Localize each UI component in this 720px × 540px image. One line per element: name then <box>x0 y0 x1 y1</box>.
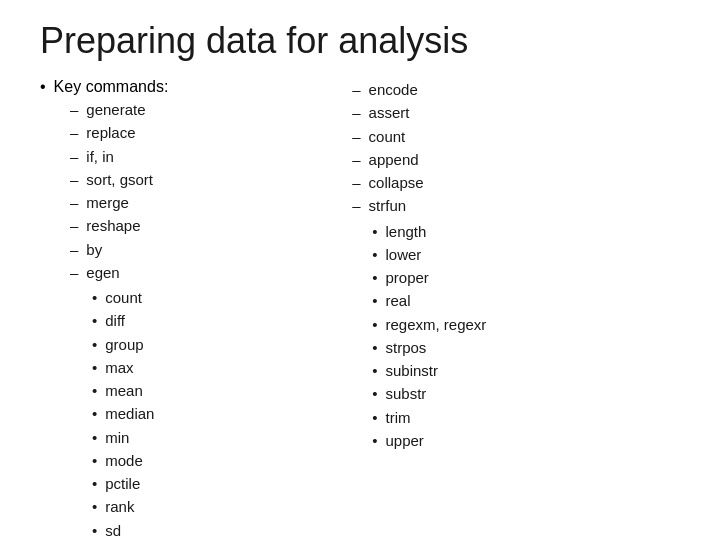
dash-icon: – <box>352 101 360 124</box>
list-item: –replace <box>70 121 342 144</box>
list-item: •sd <box>92 519 342 541</box>
bullet-icon: • <box>92 333 97 356</box>
list-item: –reshape <box>70 214 342 237</box>
list-item: –egen <box>70 261 342 284</box>
bullet-icon: • <box>372 289 377 312</box>
dash-icon: – <box>70 214 78 237</box>
list-item: •diff <box>92 309 342 332</box>
bullet-icon: • <box>92 356 97 379</box>
list-item: –count <box>352 125 680 148</box>
page: Preparing data for analysis • Key comman… <box>0 0 720 540</box>
bullet-icon: • <box>372 336 377 359</box>
list-item: •mode <box>92 449 342 472</box>
list-item: •min <box>92 426 342 449</box>
dash-icon: – <box>70 191 78 214</box>
content-area: • Key commands: –generate –replace –if, … <box>40 78 680 540</box>
key-commands-label: Key commands: <box>54 78 169 96</box>
list-item: •subinstr <box>372 359 680 382</box>
left-dash-list: –generate –replace –if, in –sort, gsort … <box>70 98 342 284</box>
list-item: •proper <box>372 266 680 289</box>
list-item: •max <box>92 356 342 379</box>
list-item: •trim <box>372 406 680 429</box>
dash-icon: – <box>70 145 78 168</box>
bullet-icon: • <box>372 382 377 405</box>
list-item: •substr <box>372 382 680 405</box>
dash-icon: – <box>70 238 78 261</box>
list-item: –sort, gsort <box>70 168 342 191</box>
list-item: •rank <box>92 495 342 518</box>
list-item: –encode <box>352 78 680 101</box>
list-item: –collapse <box>352 171 680 194</box>
bullet-icon: • <box>40 78 46 96</box>
right-column: –encode –assert –count –append –collapse… <box>342 78 680 540</box>
dash-icon: – <box>352 125 360 148</box>
list-item: •median <box>92 402 342 425</box>
right-bullet-list: •length •lower •proper •real •regexm, re… <box>372 220 680 453</box>
list-item: –generate <box>70 98 342 121</box>
bullet-icon: • <box>372 220 377 243</box>
list-item: •regexm, regexr <box>372 313 680 336</box>
bullet-icon: • <box>92 426 97 449</box>
bullet-icon: • <box>92 472 97 495</box>
list-item: •strpos <box>372 336 680 359</box>
dash-icon: – <box>70 261 78 284</box>
dash-icon: – <box>352 148 360 171</box>
list-item: –if, in <box>70 145 342 168</box>
dash-icon: – <box>70 168 78 191</box>
bullet-icon: • <box>92 519 97 541</box>
list-item: •length <box>372 220 680 243</box>
page-title: Preparing data for analysis <box>40 20 680 62</box>
bullet-icon: • <box>92 495 97 518</box>
bullet-icon: • <box>372 266 377 289</box>
list-item: •mean <box>92 379 342 402</box>
dash-icon: – <box>70 98 78 121</box>
list-item: •group <box>92 333 342 356</box>
bullet-icon: • <box>92 379 97 402</box>
list-item: •pctile <box>92 472 342 495</box>
bullet-icon: • <box>372 406 377 429</box>
dash-icon: – <box>352 78 360 101</box>
bullet-icon: • <box>92 402 97 425</box>
bullet-icon: • <box>372 359 377 382</box>
list-item: •count <box>92 286 342 309</box>
bullet-icon: • <box>92 449 97 472</box>
list-item: •upper <box>372 429 680 452</box>
list-item: –append <box>352 148 680 171</box>
list-item: –strfun <box>352 194 680 217</box>
list-item: –assert <box>352 101 680 124</box>
bullet-icon: • <box>372 429 377 452</box>
bullet-icon: • <box>92 286 97 309</box>
list-item: –merge <box>70 191 342 214</box>
dash-icon: – <box>352 194 360 217</box>
key-commands-header: • Key commands: <box>40 78 342 96</box>
left-bullet-list: •count •diff •group •max •mean •median •… <box>92 286 342 540</box>
list-item: –by <box>70 238 342 261</box>
right-dash-list: –encode –assert –count –append –collapse… <box>352 78 680 218</box>
bullet-icon: • <box>92 309 97 332</box>
left-column: • Key commands: –generate –replace –if, … <box>40 78 342 540</box>
bullet-icon: • <box>372 313 377 336</box>
dash-icon: – <box>352 171 360 194</box>
list-item: •real <box>372 289 680 312</box>
bullet-icon: • <box>372 243 377 266</box>
dash-icon: – <box>70 121 78 144</box>
list-item: •lower <box>372 243 680 266</box>
